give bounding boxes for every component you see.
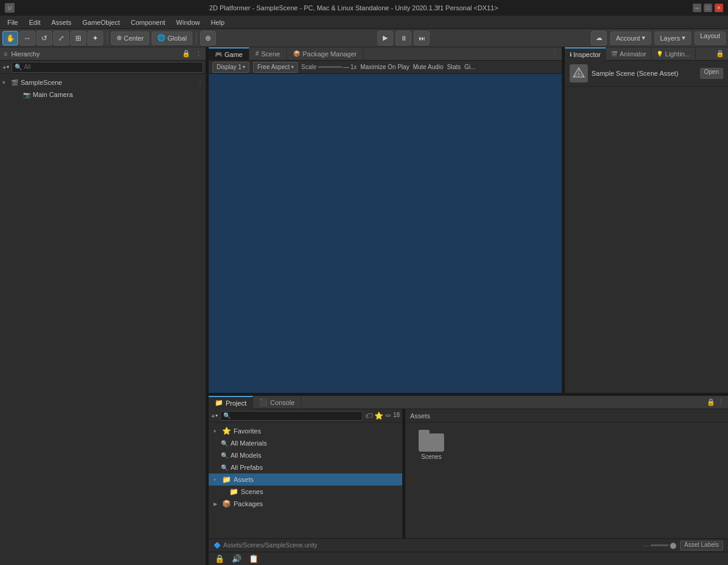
maximize-button[interactable]: □ — [704, 4, 712, 12]
project-tree: ▾ ⭐ Favorites 🔍 All Materials 🔍 All Mode… — [209, 423, 402, 512]
all-models-search-icon: 🔍 — [221, 452, 228, 459]
project-path-bar: Assets — [405, 409, 728, 423]
menu-edit[interactable]: Edit — [24, 18, 46, 27]
menu-assets[interactable]: Assets — [47, 18, 76, 27]
menu-file[interactable]: File — [2, 18, 23, 27]
project-item-all-prefabs[interactable]: 🔍 All Prefabs — [209, 461, 402, 473]
tab-project[interactable]: 📁 Project — [209, 396, 253, 409]
play-button[interactable]: ▶ — [377, 31, 393, 45]
search-icon-edit[interactable]: ✏ — [385, 412, 391, 420]
bottom-panel-more-icon[interactable]: ⋮ — [718, 398, 724, 406]
hierarchy-panel: ≡ Hierarchy 🔒 ⋮ +▾ 🔍 All ▾ 🎬 SampleScene… — [0, 47, 206, 565]
search-icon-tag[interactable]: 🏷 — [365, 412, 372, 420]
tab-console[interactable]: ⬛ Console — [253, 396, 301, 409]
samplescene-label: SampleScene — [21, 79, 62, 86]
project-tab-label: Project — [226, 400, 246, 407]
collab-button[interactable]: ☁ — [591, 31, 607, 45]
project-search-icons: 🏷 ⭐ ✏ 18 — [365, 412, 400, 420]
pivot-button[interactable]: ⊕ Center — [111, 32, 149, 45]
menu-window[interactable]: Window — [171, 18, 204, 27]
bottom-icon-2[interactable]: 🔊 — [231, 553, 243, 564]
tab-scene[interactable]: # Scene — [249, 47, 287, 61]
rect-tool[interactable]: ⊞ — [70, 31, 86, 45]
project-item-assets[interactable]: ▾ 📁 Assets — [209, 473, 402, 486]
layout-button[interactable]: Layout — [695, 32, 726, 45]
close-button[interactable]: ✕ — [715, 4, 723, 12]
project-item-all-materials[interactable]: 🔍 All Materials — [209, 437, 402, 449]
hierarchy-add-button[interactable]: +▾ — [2, 64, 9, 71]
scale-value: 1x — [351, 64, 357, 70]
tab-inspector[interactable]: ℹ Inspector — [565, 47, 606, 61]
hierarchy-lock-icon[interactable]: 🔒 — [182, 50, 190, 58]
inspector-open-button[interactable]: Open — [700, 68, 723, 79]
account-button[interactable]: Account ▾ — [610, 32, 651, 45]
grid-snap-tool[interactable]: ⊕ — [200, 31, 216, 45]
project-search-input[interactable]: 🔍 — [220, 411, 362, 421]
hierarchy-more-icon[interactable]: ⋮ — [195, 50, 202, 58]
project-item-scenes[interactable]: ▶ 📁 Scenes — [209, 486, 402, 498]
status-path-text: Assets/Scenes/SampleScene.unity — [223, 542, 317, 549]
project-path-label: Assets — [410, 412, 430, 420]
inspector-panel: ℹ Inspector 🎬 Animator 💡 Lightin... 🔒 — [564, 47, 728, 393]
aspect-arrow-icon: ▾ — [291, 64, 294, 70]
samplescene-more-icon[interactable]: ⋮ — [197, 79, 203, 86]
hierarchy-item-samplescene[interactable]: ▾ 🎬 SampleScene ⋮ — [0, 76, 206, 89]
maincamera-label: Main Camera — [33, 91, 73, 98]
bottom-content: +▾ 🔍 🏷 ⭐ ✏ 18 — [209, 409, 728, 538]
status-slider[interactable] — [650, 544, 669, 546]
game-tabs-more-icon[interactable]: ⋮ — [548, 50, 562, 58]
search-icon-star[interactable]: ⭐ — [374, 412, 383, 420]
transform-tool[interactable]: ✦ — [87, 31, 103, 45]
bottom-icon-1[interactable]: 🔒 — [214, 553, 226, 564]
inspector-tabs-bar: ℹ Inspector 🎬 Animator 💡 Lightin... 🔒 — [565, 47, 728, 61]
scale-tool[interactable]: ⤢ — [53, 31, 69, 45]
layers-button[interactable]: Layers ▾ — [655, 32, 691, 45]
asset-labels-button[interactable]: Asset Labels — [680, 541, 723, 550]
rotate-tool[interactable]: ↺ — [36, 31, 52, 45]
menu-component[interactable]: Component — [126, 18, 170, 27]
hierarchy-search[interactable]: 🔍 All — [12, 62, 203, 73]
move-tool[interactable]: ↔ — [19, 31, 35, 45]
step-button[interactable]: ⏭ — [414, 31, 430, 45]
tab-animator[interactable]: 🎬 Animator — [606, 47, 652, 61]
favorites-label: Favorites — [234, 427, 261, 435]
inspector-asset-name: Sample Scene (Scene Asset) — [592, 70, 678, 77]
global-button[interactable]: 🌐 Global — [152, 32, 192, 45]
tab-lighting[interactable]: 💡 Lightin... — [652, 47, 696, 61]
status-path-icon: 🔷 — [214, 542, 221, 549]
scenes-file-label: Scenes — [421, 453, 441, 460]
file-item-scenes[interactable]: Scenes — [410, 427, 453, 463]
inspector-lock-button[interactable]: 🔒 — [712, 50, 728, 58]
transform-tools: ✋ ↔ ↺ ⤢ ⊞ ✦ — [2, 31, 103, 45]
project-item-favorites[interactable]: ▾ ⭐ Favorites — [209, 425, 402, 437]
packages-folder-icon: 📦 — [222, 500, 231, 508]
pause-button[interactable]: ⏸ — [396, 31, 411, 45]
scenes-folder-icon: 📁 — [229, 487, 238, 496]
project-item-packages[interactable]: ▶ 📦 Packages — [209, 498, 402, 510]
toolbar: ✋ ↔ ↺ ⤢ ⊞ ✦ ⊕ Center 🌐 Global ⊕ ▶ ⏸ ⏭ ☁ … — [0, 29, 728, 47]
minimize-button[interactable]: ─ — [693, 4, 701, 12]
menu-gameobject[interactable]: GameObject — [78, 18, 125, 27]
scale-slider[interactable] — [318, 66, 342, 68]
animator-tab-label: Animator — [619, 50, 646, 58]
animator-tab-icon: 🎬 — [611, 51, 618, 57]
aspect-button[interactable]: Free Aspect ▾ — [253, 62, 297, 73]
project-tab-icon: 📁 — [215, 399, 223, 407]
project-add-button[interactable]: +▾ — [211, 412, 218, 420]
menu-help[interactable]: Help — [206, 18, 229, 27]
project-item-all-models[interactable]: 🔍 All Models — [209, 449, 402, 461]
hierarchy-item-maincamera[interactable]: ▶ 📷 Main Camera — [0, 89, 206, 101]
account-arrow-icon: ▾ — [642, 34, 645, 42]
hierarchy-toolbar: +▾ 🔍 All — [0, 61, 206, 74]
bottom-panel-lock-icon[interactable]: 🔒 — [707, 398, 715, 406]
display-button[interactable]: Display 1 ▾ — [212, 62, 249, 73]
scenes-folder-large-icon — [419, 430, 444, 452]
lighting-tab-label: Lightin... — [665, 50, 690, 58]
samplescene-scene-icon: 🎬 — [11, 79, 18, 86]
inspector-asset-header: Sample Scene (Scene Asset) Open — [565, 61, 728, 87]
tab-package-manager[interactable]: 📦 Package Manager — [287, 47, 363, 61]
bottom-icon-3[interactable]: 📋 — [248, 553, 260, 564]
tab-game[interactable]: 🎮 Game — [209, 47, 249, 61]
hand-tool[interactable]: ✋ — [2, 31, 18, 45]
status-slider-icon: ⬤ — [670, 542, 676, 549]
